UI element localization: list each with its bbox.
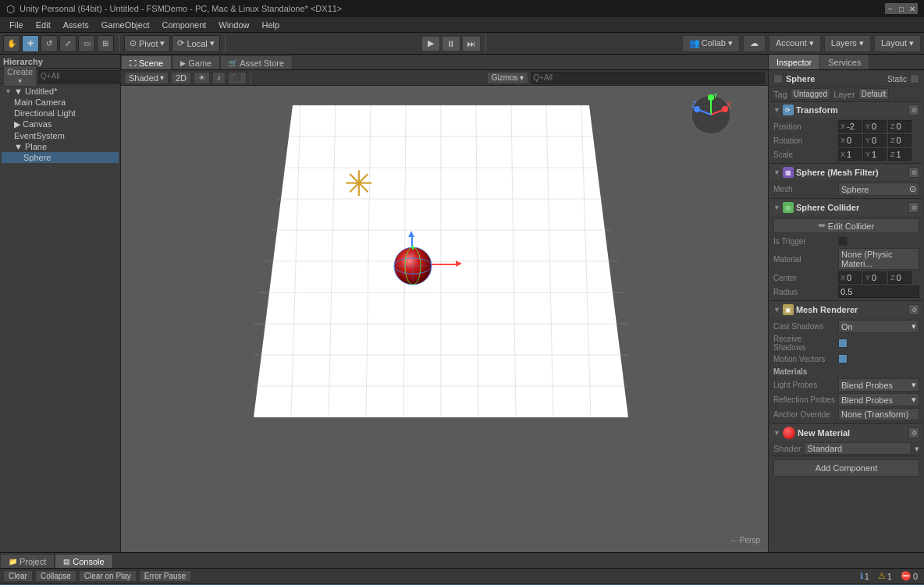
center-x[interactable]: X0 — [838, 271, 862, 284]
scene-search-input[interactable] — [531, 72, 765, 84]
reflection-probes-dropdown[interactable]: Blend Probes ▾ — [838, 393, 919, 406]
cloud-button[interactable]: ☁ — [743, 35, 766, 52]
is-trigger-checkbox[interactable] — [838, 236, 848, 246]
position-x[interactable]: X-2 — [838, 120, 862, 133]
list-item[interactable]: Directional Light — [2, 108, 119, 119]
list-item[interactable]: ▼ ▼ Untitled* — [2, 86, 119, 97]
layers-button[interactable]: Layers ▾ — [824, 35, 871, 52]
error-pause-button[interactable]: Error Pause — [139, 570, 191, 582]
inspector-content: Sphere Static Tag Untagged Layer Default… — [769, 70, 924, 481]
menu-edit[interactable]: Edit — [30, 19, 57, 31]
audio-button[interactable]: ♪ — [212, 72, 226, 84]
close-button[interactable]: ✕ — [907, 3, 918, 14]
info-count[interactable]: ℹ 1 — [857, 571, 872, 581]
add-component-button[interactable]: Add Component — [773, 459, 919, 477]
anchor-override-dropdown[interactable]: None (Transform) — [838, 408, 919, 420]
collider-material-value[interactable]: None (Physic Materi... — [838, 248, 919, 270]
rect-tool[interactable]: ▭ — [78, 35, 95, 52]
hand-tool[interactable]: ✋ — [3, 35, 20, 52]
tab-console[interactable]: ▤ Console — [55, 554, 112, 568]
collider-settings[interactable]: ⚙ — [908, 202, 919, 213]
material-arrow: ▼ — [773, 429, 780, 437]
list-item[interactable]: EventSystem — [2, 130, 119, 141]
static-checkbox[interactable] — [910, 74, 919, 83]
layer-dropdown[interactable]: Default — [858, 88, 890, 100]
tab-asset-store[interactable]: 🛒 Asset Store — [220, 55, 293, 69]
move-tool[interactable]: ✚ — [22, 35, 39, 52]
clear-on-play-button[interactable]: Clear on Play — [79, 570, 137, 582]
tag-dropdown[interactable]: Untagged — [791, 88, 830, 100]
rotation-y[interactable]: Y0 — [863, 134, 887, 147]
effects-button[interactable]: ⬛ — [228, 72, 247, 84]
radius-value[interactable]: 0.5 — [838, 285, 919, 298]
hierarchy-create-button[interactable]: Create ▾ — [3, 66, 37, 87]
sun-icon: ✳ — [339, 164, 378, 203]
tab-inspector[interactable]: Inspector — [769, 55, 820, 69]
tab-services[interactable]: Services — [820, 55, 869, 69]
motion-vectors-checkbox[interactable] — [838, 354, 848, 363]
all-tools[interactable]: ⊞ — [97, 35, 114, 52]
menu-assets[interactable]: Assets — [57, 19, 95, 31]
rotation-z[interactable]: Z0 — [888, 134, 912, 147]
mesh-value[interactable]: Sphere ⊙ — [838, 183, 919, 196]
position-z[interactable]: Z0 — [888, 120, 912, 133]
scale-y[interactable]: Y1 — [863, 148, 887, 161]
position-y[interactable]: Y0 — [863, 120, 887, 133]
menu-component[interactable]: Component — [155, 19, 212, 31]
transform-settings-btn[interactable]: ⚙ — [908, 105, 919, 115]
menu-file[interactable]: File — [3, 19, 30, 31]
center-y[interactable]: Y0 — [863, 271, 887, 284]
2d-button[interactable]: 2D — [171, 72, 191, 84]
mesh-filter-header[interactable]: ▼ ▦ Sphere (Mesh Filter) ⚙ — [770, 165, 922, 180]
renderer-body: Cast Shadows On ▾ Receive Shadows Motion… — [770, 317, 922, 423]
edit-collider-button[interactable]: ✏ Edit Collider — [773, 218, 919, 233]
mesh-select-icon: ⊙ — [909, 184, 916, 194]
tag-layer-row: Tag Untagged Layer Default — [770, 87, 922, 102]
cast-shadows-dropdown[interactable]: On ▾ — [838, 320, 919, 333]
gizmos-button[interactable]: Gizmos ▾ — [487, 72, 529, 84]
inspector-panel: Inspector Services Sphere Static Tag Unt… — [768, 55, 924, 552]
tab-game[interactable]: ▶ Game — [172, 55, 220, 69]
rotation-x[interactable]: X0 — [838, 134, 862, 147]
renderer-settings[interactable]: ⚙ — [908, 304, 919, 315]
minimize-button[interactable]: − — [885, 3, 896, 14]
tab-project[interactable]: 📁 Project — [0, 554, 55, 568]
scale-x[interactable]: X1 — [838, 148, 862, 161]
layout-button[interactable]: Layout ▾ — [874, 35, 921, 52]
tab-scene[interactable]: ⛶ Scene — [121, 55, 172, 69]
warn-count[interactable]: ⚠ 1 — [875, 571, 895, 581]
scale-tool[interactable]: ⤢ — [59, 35, 76, 52]
collapse-button[interactable]: Collapse — [35, 570, 76, 582]
sphere-collider-header[interactable]: ▼ ◎ Sphere Collider ⚙ — [770, 200, 922, 215]
collab-button[interactable]: 👥 Collab ▾ — [682, 35, 740, 52]
mesh-filter-settings[interactable]: ⚙ — [908, 167, 919, 178]
shading-dropdown[interactable]: Shaded ▾ — [124, 72, 169, 84]
pivot-button[interactable]: ⊙ Pivot ▾ — [124, 35, 170, 52]
list-item[interactable]: ▶ Canvas — [2, 119, 119, 130]
receive-shadows-checkbox[interactable] — [838, 339, 848, 348]
list-item[interactable]: ▼ Plane — [2, 141, 119, 152]
mesh-renderer-header[interactable]: ▼ ▣ Mesh Renderer ⚙ — [770, 302, 922, 317]
light-probes-dropdown[interactable]: Blend Probes ▾ — [838, 378, 919, 392]
list-item[interactable]: Sphere — [2, 152, 119, 163]
menu-window[interactable]: Window — [212, 19, 255, 31]
pause-button[interactable]: ⏸ — [442, 36, 460, 51]
step-button[interactable]: ⏭ — [462, 36, 481, 51]
play-button[interactable]: ▶ — [421, 36, 440, 51]
list-item[interactable]: Main Camera — [2, 97, 119, 108]
menu-gameobject[interactable]: GameObject — [95, 19, 156, 31]
rotate-tool[interactable]: ↺ — [41, 35, 58, 52]
maximize-button[interactable]: □ — [896, 3, 907, 14]
material-settings[interactable]: ⚙ — [908, 427, 919, 438]
error-count[interactable]: ⛔ 0 — [897, 571, 921, 581]
lighting-button[interactable]: ☀ — [194, 72, 210, 84]
center-z[interactable]: Z0 — [888, 271, 912, 284]
local-button[interactable]: ⟳ Local ▾ — [172, 35, 219, 52]
scale-z[interactable]: Z1 — [888, 148, 912, 161]
account-button[interactable]: Account ▾ — [769, 35, 821, 52]
material-header[interactable]: ▼ New Material ⚙ — [770, 424, 922, 441]
menu-help[interactable]: Help — [255, 19, 286, 31]
clear-button[interactable]: Clear — [3, 570, 33, 582]
transform-header[interactable]: ▼ ⟳ Transform ⚙ — [770, 102, 922, 118]
active-checkbox[interactable] — [773, 74, 783, 83]
